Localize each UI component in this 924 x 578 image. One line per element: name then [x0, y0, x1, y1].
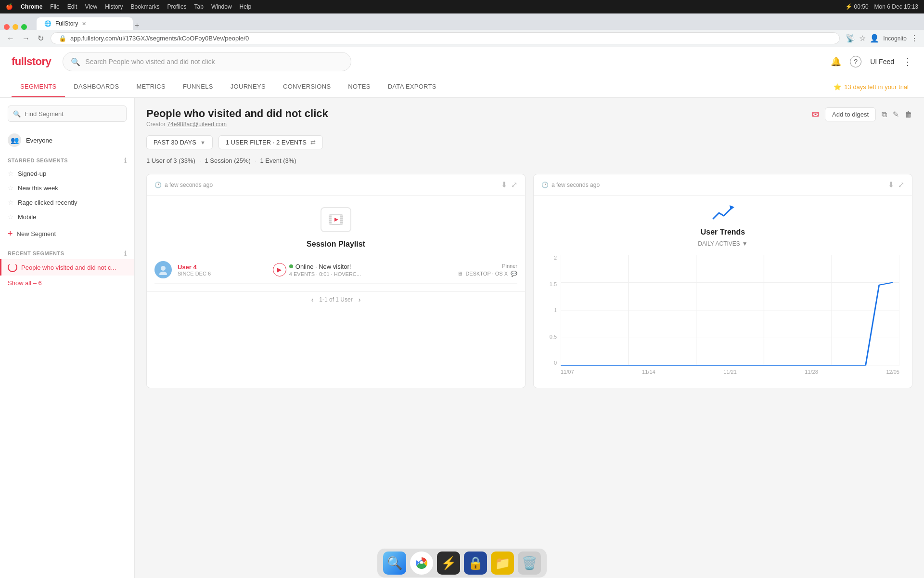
edit-icon[interactable]: ✎	[893, 110, 899, 119]
expand-trends-icon[interactable]: ⤢	[898, 180, 904, 189]
global-search-bar[interactable]: 🔍 Search People who visited and did not …	[63, 52, 351, 71]
download-trends-icon[interactable]: ⬇	[888, 180, 894, 189]
user-name[interactable]: User 4	[178, 263, 267, 271]
prev-page-button[interactable]: ‹	[311, 296, 314, 303]
sidebar-item-signed-up[interactable]: ☆ Signed-up	[0, 166, 134, 181]
window-menu[interactable]: Window	[211, 3, 232, 10]
cast-icon[interactable]: 📡	[846, 34, 855, 43]
star-icon-mobile[interactable]: ☆	[8, 213, 14, 221]
sidebar-item-rage-clicked[interactable]: ☆ Rage clicked recently	[0, 195, 134, 210]
sidebar-item-mobile[interactable]: ☆ Mobile	[0, 210, 134, 224]
avatar-icon	[158, 264, 168, 275]
events-filter-label: 1 USER FILTER · 2 EVENTS	[226, 139, 307, 146]
dock-files[interactable]: 📁	[491, 552, 514, 575]
nav-item-conversions[interactable]: CONVERSIONS	[274, 76, 339, 97]
user-trends-card-header: 🕐 a few seconds ago ⬇ ⤢	[534, 174, 912, 196]
chrome-menu-icon[interactable]: ⋮	[911, 34, 918, 43]
x-label-1121: 11/21	[723, 369, 737, 375]
recent-info-icon[interactable]: ℹ	[124, 250, 127, 257]
url-bar[interactable]: 🔒 app.fullstory.com/ui/173GXJ/segments/k…	[51, 32, 840, 44]
view-menu[interactable]: View	[85, 3, 97, 10]
next-page-button[interactable]: ›	[359, 296, 361, 303]
creator-email[interactable]: 74e988ac@uifeed.com	[167, 121, 227, 128]
nav-item-metrics[interactable]: METRICS	[128, 76, 174, 97]
star-icon-new-this-week[interactable]: ☆	[8, 184, 14, 192]
header-more-button[interactable]: ⋮	[903, 56, 912, 67]
star-icon-rage-clicked[interactable]: ☆	[8, 198, 14, 206]
tab-menu[interactable]: Tab	[194, 3, 204, 10]
nav-item-data-exports[interactable]: DATA EXPORTS	[379, 76, 445, 97]
trends-icon-area	[541, 203, 904, 224]
expand-icon[interactable]: ⤢	[511, 180, 517, 189]
trends-timestamp-text: a few seconds ago	[552, 182, 600, 188]
app-header: fullstory 🔍 Search People who visited an…	[0, 47, 924, 98]
segment-search-input[interactable]	[25, 110, 121, 118]
browser-tab-active[interactable]: 🌐 FullStory ✕	[37, 17, 133, 30]
segment-search[interactable]: 🔍	[8, 105, 127, 122]
notification-icon[interactable]: 🔔	[831, 56, 841, 67]
starred-segments-section: STARRED SEGMENTS ℹ	[0, 151, 134, 166]
add-to-digest-button[interactable]: Add to digest	[825, 107, 876, 121]
delete-icon[interactable]: 🗑	[905, 110, 912, 119]
nav-item-segments[interactable]: SEGMENTS	[12, 76, 65, 97]
traffic-lights	[4, 24, 27, 30]
show-all-link[interactable]: Show all – 6	[0, 276, 134, 290]
sidebar-search-icon: 🔍	[13, 110, 21, 118]
sidebar-everyone[interactable]: 👥 Everyone	[0, 130, 134, 151]
forward-button[interactable]: →	[21, 33, 31, 44]
clock-icon-trends: 🕐	[541, 182, 549, 188]
close-light[interactable]	[4, 24, 10, 30]
dock-code[interactable]: 🔒	[464, 552, 487, 575]
bookmarks-menu[interactable]: Bookmarks	[131, 3, 160, 10]
dock-trash[interactable]: 🗑️	[518, 552, 541, 575]
dock-finder[interactable]: 🔍	[383, 552, 406, 575]
refresh-button[interactable]: ↻	[37, 33, 45, 44]
star-icon-signed-up[interactable]: ☆	[8, 170, 14, 177]
back-button[interactable]: ←	[6, 33, 15, 44]
search-icon: 🔍	[71, 57, 80, 66]
chart-y-axis: 2 1.5 1 0.5 0	[541, 255, 561, 366]
profiles-menu[interactable]: Profiles	[167, 3, 187, 10]
nav-item-dashboards[interactable]: DASHBOARDS	[65, 76, 128, 97]
help-menu[interactable]: Help	[240, 3, 252, 10]
sidebar-item-new-this-week[interactable]: ☆ New this week	[0, 181, 134, 195]
nav-item-journeys[interactable]: JOURNEYS	[222, 76, 274, 97]
history-menu[interactable]: History	[105, 3, 123, 10]
session-playlist-card-header: 🕐 a few seconds ago ⬇ ⤢	[147, 174, 525, 196]
nav-item-funnels[interactable]: FUNNELS	[174, 76, 222, 97]
ui-feed-button[interactable]: UI Feed	[870, 58, 894, 66]
content-area: People who visited and did not click Cre…	[135, 98, 924, 578]
desktop-icon: 🖥	[457, 271, 462, 276]
chrome-menu[interactable]: Chrome	[21, 3, 42, 10]
help-icon[interactable]: ?	[850, 56, 861, 67]
nav-item-notes[interactable]: NOTES	[339, 76, 379, 97]
file-menu[interactable]: File	[50, 3, 59, 10]
comment-icon[interactable]: 💬	[511, 271, 517, 277]
fullscreen-light[interactable]	[21, 24, 27, 30]
edit-menu[interactable]: Edit	[67, 3, 77, 10]
new-segment-button[interactable]: + New Segment	[0, 224, 134, 244]
stat-events: 1 Event (3%)	[260, 157, 296, 164]
starred-info-icon[interactable]: ℹ	[124, 157, 127, 164]
svg-marker-3	[334, 218, 338, 222]
download-icon[interactable]: ⬇	[501, 180, 507, 189]
tab-close-button[interactable]: ✕	[82, 21, 86, 27]
date-filter-button[interactable]: PAST 30 DAYS ▼	[146, 135, 213, 149]
apple-icon[interactable]: 🍎	[6, 3, 13, 10]
new-tab-button[interactable]: +	[135, 21, 139, 30]
profile-icon[interactable]: 👤	[870, 34, 879, 43]
events-filter-button[interactable]: 1 USER FILTER · 2 EVENTS ⇄	[218, 135, 323, 149]
dock-terminal[interactable]: ⚡	[437, 552, 460, 575]
copy-icon[interactable]: ⧉	[882, 110, 887, 119]
bookmark-icon[interactable]: ☆	[859, 34, 866, 43]
session-status-text: Online · New visitor!	[295, 263, 351, 270]
sidebar-item-label: People who visited and did not c...	[21, 264, 116, 271]
sidebar-item-people-visited[interactable]: People who visited and did not c...	[0, 259, 134, 276]
dock-chrome[interactable]	[410, 552, 433, 575]
trial-banner: ⭐ 13 days left in your trial	[834, 83, 912, 91]
sidebar-item-label: Signed-up	[18, 170, 46, 177]
minimize-light[interactable]	[13, 24, 18, 30]
trends-dropdown-chevron[interactable]: ▼	[742, 240, 748, 247]
play-button[interactable]: ▶	[273, 263, 286, 276]
y-label-0: 0	[554, 360, 557, 366]
